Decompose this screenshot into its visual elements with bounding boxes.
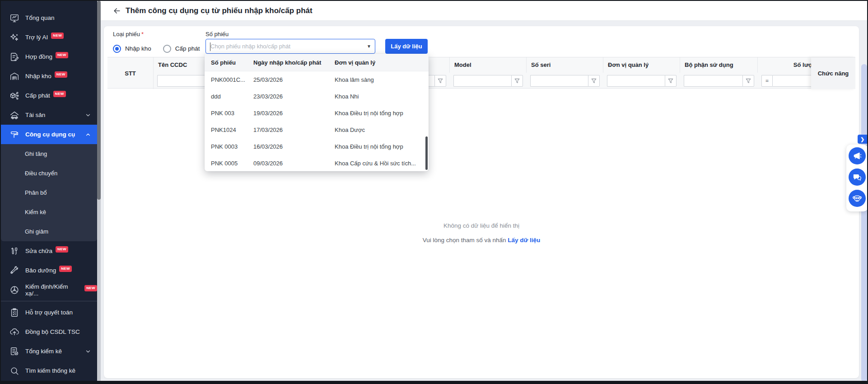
filter-funnel-button[interactable]: [588, 75, 600, 87]
search-icon: [9, 365, 20, 376]
dropdown-option-row[interactable]: ddd 23/03/2026 Khoa Nhi: [205, 88, 429, 105]
sidebar-item-label: Sửa chữa: [25, 248, 52, 254]
new-badge: NEW: [53, 91, 66, 97]
new-badge: NEW: [56, 52, 68, 58]
so-phieu-label: Số phiếu: [205, 31, 229, 37]
sidebar-item-tro-ly-ai[interactable]: Trợ lý AI NEW: [1, 28, 97, 47]
filter-cell-model: [450, 73, 527, 89]
sidebar-item-label: Công cụ dụng cụ: [25, 131, 75, 138]
sidebar-item-label: Hỗ trợ quyết toán: [25, 309, 73, 316]
maintenance-icon: [9, 265, 20, 276]
dropdown-option-row[interactable]: PNK 0005 09/03/2026 Khoa Cấp cứu & Hồi s…: [205, 155, 429, 171]
chevron-up-icon: [85, 131, 91, 138]
dropdown-option-row[interactable]: PNK1024 17/03/2026 Khoa Dược: [205, 122, 429, 138]
sidebar-item-nhap-kho[interactable]: Nhập kho NEW: [1, 66, 97, 86]
sidebar-item-tim-kiem-thong-ke[interactable]: Tìm kiếm thống kê: [1, 361, 97, 380]
col-header-so-seri: Số seri: [527, 57, 603, 73]
sparkles-icon: [9, 32, 20, 43]
sidebar-scrollbar-thumb[interactable]: [97, 1, 101, 200]
submenu-item-dieu-chuyen[interactable]: Điều chuyển: [1, 164, 97, 183]
page-title: Thêm công cụ dụng cụ từ phiếu nhập kho/c…: [126, 6, 313, 15]
filter-funnel-button[interactable]: [665, 75, 677, 87]
select-dropdown-arrow-icon[interactable]: ▼: [363, 44, 375, 49]
funnel-icon: [745, 78, 751, 84]
sidebar-item-tong-quan[interactable]: Tổng quan: [1, 8, 97, 28]
dropdown-option-row[interactable]: PNK0001C... 25/03/2026 Khoa lâm sàng: [205, 71, 429, 88]
submenu-item-phan-bo[interactable]: Phân bổ: [1, 183, 97, 202]
filter-cell-don-vi-quan-ly: [603, 73, 680, 89]
sidebar: Tổng quan Trợ lý AI NEW Hợp đồng NEW Nhậ…: [1, 1, 97, 381]
new-badge: NEW: [84, 285, 97, 291]
dropdown-scrollbar-thumb[interactable]: [425, 136, 428, 170]
contract-icon: [9, 52, 20, 62]
required-asterisk: *: [141, 31, 144, 37]
funnel-icon: [591, 78, 597, 84]
sidebar-item-hop-dong[interactable]: Hợp đồng NEW: [1, 47, 97, 66]
new-badge: NEW: [59, 266, 72, 272]
sidebar-item-label: Đồng bộ CSDL TSC: [25, 328, 80, 335]
back-button[interactable]: [112, 6, 122, 16]
new-badge: NEW: [56, 246, 68, 253]
allocation-icon: [9, 90, 20, 101]
cloud-sync-icon: [9, 327, 20, 337]
sidebar-item-label: Hợp đồng: [25, 53, 52, 60]
megaphone-icon: [853, 151, 862, 160]
submenu-item-ghi-tang[interactable]: Ghi tăng: [1, 144, 97, 164]
assistant-bot-button[interactable]: [849, 190, 866, 207]
announcements-button[interactable]: [849, 147, 866, 164]
sidebar-divider: [1, 301, 97, 301]
funnel-icon: [437, 78, 443, 84]
empty-state-fetch-link[interactable]: Lấy dữ liệu: [508, 237, 540, 244]
filter-input-bo-phan-su-dung[interactable]: [684, 75, 742, 87]
page-scrollbar[interactable]: [861, 64, 867, 382]
warehouse-icon: [9, 71, 20, 82]
topbar: Thêm công cụ dụng cụ từ phiếu nhập kho/c…: [101, 1, 867, 21]
sidebar-item-tai-san[interactable]: Tài sản: [1, 105, 97, 125]
sidebar-item-bao-duong[interactable]: Bảo dưỡng NEW: [1, 261, 97, 280]
sidebar-item-cap-phat[interactable]: Cấp phát NEW: [1, 86, 97, 105]
text-caret: [210, 42, 210, 51]
sidebar-scrollbar[interactable]: [97, 1, 101, 381]
col-header-bo-phan-su-dung: Bộ phận sử dụng: [680, 57, 758, 73]
chat-bubbles-icon: [853, 173, 862, 182]
filter-funnel-button[interactable]: [742, 75, 754, 87]
radio-nhap-kho[interactable]: Nhập kho: [113, 45, 151, 53]
col-header-stt: STT: [107, 57, 154, 89]
dashboard-icon: [9, 13, 20, 23]
chevron-down-icon: [85, 112, 91, 118]
filter-input-so-seri[interactable]: [530, 75, 588, 87]
arrow-left-icon: [112, 6, 121, 15]
filter-cell-so-seri: [527, 73, 603, 89]
submenu-item-ghi-giam[interactable]: Ghi giảm: [1, 222, 97, 241]
fetch-data-button[interactable]: Lấy dữ liệu: [385, 39, 428, 54]
so-phieu-select[interactable]: ▼: [205, 39, 375, 54]
filter-input-model[interactable]: [453, 75, 511, 87]
new-badge: NEW: [55, 71, 67, 78]
ccdc-submenu: Ghi tăng Điều chuyển Phân bổ Kiểm kê Ghi…: [1, 144, 97, 241]
collapse-widgets-button[interactable]: ❯: [858, 135, 867, 144]
radio-cap-phat[interactable]: Cấp phát: [163, 45, 200, 53]
dropdown-col-ngay: Ngày nhập kho/cấp phát: [253, 59, 335, 66]
so-phieu-input[interactable]: [206, 39, 363, 53]
dropdown-header-row: Số phiếu Ngày nhập kho/cấp phát Đơn vị q…: [205, 54, 429, 71]
filter-operator-button[interactable]: =: [761, 75, 772, 87]
filter-funnel-button[interactable]: [511, 75, 523, 87]
col-header-chuc-nang: Chức năng: [811, 57, 855, 89]
submenu-item-kiem-ke[interactable]: Kiểm kê: [1, 202, 97, 222]
sidebar-item-dong-bo-csdl[interactable]: Đồng bộ CSDL TSC: [1, 322, 97, 342]
chat-button[interactable]: [849, 169, 866, 186]
dropdown-option-row[interactable]: PNK 003 19/03/2026 Khoa Điều trị nội tổn…: [205, 105, 429, 122]
sidebar-item-label: Cấp phát: [25, 92, 50, 99]
sidebar-item-ho-tro-quyet-toan[interactable]: Hỗ trợ quyết toán: [1, 303, 97, 322]
radiation-icon: [9, 285, 20, 295]
sidebar-item-tong-kiem-ke[interactable]: Tổng kiểm kê: [1, 342, 97, 361]
sidebar-item-label: Tìm kiếm thống kê: [25, 367, 75, 374]
new-badge: NEW: [51, 33, 64, 39]
sidebar-item-kiem-dinh[interactable]: Kiểm định/Kiểm xạ/... NEW: [1, 280, 97, 300]
sidebar-item-cong-cu-dung-cu[interactable]: Công cụ dụng cụ: [1, 125, 97, 144]
sidebar-item-sua-chua[interactable]: Sửa chữa NEW: [1, 241, 97, 261]
app-window: Tổng quan Trợ lý AI NEW Hợp đồng NEW Nhậ…: [0, 0, 868, 384]
filter-input-don-vi-quan-ly[interactable]: [607, 75, 665, 87]
dropdown-option-row[interactable]: PNK 0003 16/03/2026 Khoa Điều trị nội tổ…: [205, 138, 429, 155]
filter-funnel-button[interactable]: [434, 75, 446, 87]
